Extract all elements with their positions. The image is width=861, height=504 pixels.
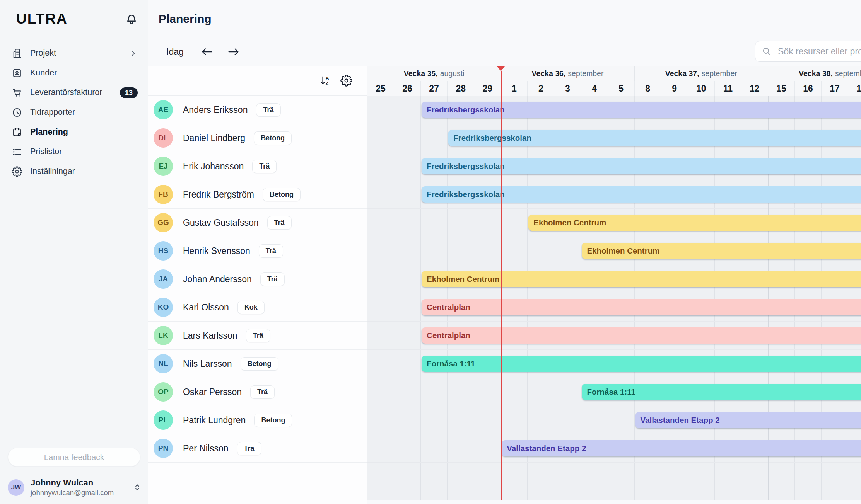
resource-tag: Betong bbox=[263, 188, 301, 201]
calendar-icon bbox=[12, 127, 22, 138]
gantt-bar-label: Fredriksbergsskolan bbox=[427, 105, 505, 114]
resource-name: Johan Andersson bbox=[183, 274, 252, 284]
week-month-label: augusti bbox=[440, 69, 465, 78]
settings-icon[interactable] bbox=[340, 75, 352, 87]
resource-row-karl-olsson[interactable]: KOKarl OlssonKök bbox=[148, 293, 367, 322]
prev-arrow-icon[interactable] bbox=[200, 46, 214, 58]
feedback-button[interactable]: Lämna feedback bbox=[8, 448, 140, 467]
gantt-bar-forn-sa-1-11-row9[interactable]: Fornåsa 1:11 bbox=[422, 356, 861, 372]
resource-name: Oskar Persson bbox=[183, 387, 242, 397]
sidebar-item-prislistor[interactable]: Prislistor bbox=[0, 142, 148, 162]
resource-row-henrik-svensson[interactable]: HSHenrik SvenssonTrä bbox=[148, 237, 367, 265]
gantt-bar-forn-sa-1-11-row10[interactable]: Fornåsa 1:11 bbox=[582, 384, 861, 400]
resource-tag: Betong bbox=[254, 414, 292, 427]
resource-name: Gustav Gustafsson bbox=[183, 218, 259, 228]
gantt-bar-label: Fredriksbergsskolan bbox=[427, 190, 505, 199]
resource-row-fredrik-bergstr-m[interactable]: FBFredrik BergströmBetong bbox=[148, 180, 367, 209]
avatar: GG bbox=[154, 213, 173, 232]
sidebar-item-tidrapporter[interactable]: Tidrapporter bbox=[0, 102, 148, 122]
day-header-row: 2526272829123458910111215161718 bbox=[367, 81, 861, 96]
resource-row-nils-larsson[interactable]: NLNils LarssonBetong bbox=[148, 350, 367, 378]
resource-row-per-nilsson[interactable]: PNPer NilssonTrä bbox=[148, 434, 367, 463]
gantt-bar-fredriksbergsskolan-row1[interactable]: Fredriksbergsskolan bbox=[448, 130, 861, 146]
next-arrow-icon[interactable] bbox=[227, 46, 241, 58]
user-meta: Johnny Wulcan johnnywulcan@gmail.com bbox=[31, 478, 132, 497]
sidebar-item-leverant-rsfakturor[interactable]: Leverantörsfakturor13 bbox=[0, 83, 148, 102]
resource-row-gustav-gustafsson[interactable]: GGGustav GustafssonTrä bbox=[148, 209, 367, 237]
resource-tag: Kök bbox=[237, 301, 265, 314]
resource-row-anders-eriksson[interactable]: AEAnders ErikssonTrä bbox=[148, 96, 367, 124]
avatar: DL bbox=[154, 128, 173, 148]
resource-tag: Trä bbox=[237, 442, 261, 455]
sidebar-item-inst-llningar[interactable]: Inställningar bbox=[0, 162, 148, 181]
gantt-bar-fredriksbergsskolan-row3[interactable]: Fredriksbergsskolan bbox=[422, 186, 861, 203]
search-icon bbox=[762, 46, 772, 56]
day-header-12: 12 bbox=[741, 81, 768, 96]
sidebar-item-label: Projekt bbox=[30, 48, 128, 58]
week-label: Vecka 37, bbox=[665, 69, 699, 78]
app-logo: ULTRA bbox=[16, 11, 68, 27]
gantt-bar-centralplan-row8[interactable]: Centralplan bbox=[422, 327, 861, 344]
today-line bbox=[501, 71, 502, 500]
gantt-bar-fredriksbergsskolan-row2[interactable]: Fredriksbergsskolan bbox=[422, 158, 861, 174]
day-header-16: 16 bbox=[795, 81, 822, 96]
week-label: Vecka 35, bbox=[404, 69, 438, 78]
svg-text:Z: Z bbox=[326, 81, 329, 86]
sidebar-nav: ProjektKunderLeverantörsfakturor13Tidrap… bbox=[0, 43, 148, 181]
gantt-bar-fredriksbergsskolan-row0[interactable]: Fredriksbergsskolan bbox=[422, 102, 861, 118]
notifications-bell-icon[interactable] bbox=[125, 13, 138, 26]
sidebar-item-kunder[interactable]: Kunder bbox=[0, 63, 148, 83]
week-boundary-line bbox=[635, 96, 635, 500]
gantt-bar-centralplan-row7[interactable]: Centralplan bbox=[422, 299, 861, 315]
resource-row-erik-johansson[interactable]: EJErik JohanssonTrä bbox=[148, 152, 367, 180]
day-header-26: 26 bbox=[394, 81, 421, 96]
resource-row-johan-andersson[interactable]: JAJohan AnderssonTrä bbox=[148, 265, 367, 293]
avatar: JA bbox=[154, 269, 173, 289]
gantt-bar-vallastanden-etapp-2-row11[interactable]: Vallastanden Etapp 2 bbox=[636, 412, 861, 428]
today-button[interactable]: Idag bbox=[166, 47, 184, 57]
resource-name: Fredrik Bergström bbox=[183, 189, 254, 200]
sidebar-item-projekt[interactable]: Projekt bbox=[0, 43, 148, 63]
search-box bbox=[755, 41, 861, 62]
resource-list: AEAnders ErikssonTräDLDaniel LindbergBet… bbox=[148, 96, 367, 463]
resource-tag: Trä bbox=[250, 385, 275, 399]
gantt-bar-label: Ekholmen Centrum bbox=[533, 218, 606, 227]
gantt-bar-label: Centralplan bbox=[427, 331, 470, 340]
resource-row-oskar-persson[interactable]: OPOskar PerssonTrä bbox=[148, 378, 367, 406]
resource-row-patrik-lundgren[interactable]: PLPatrik LundgrenBetong bbox=[148, 406, 367, 434]
week-month-label: september bbox=[835, 69, 861, 78]
week-header-row: Vecka 35,augustiVecka 36,septemberVecka … bbox=[367, 66, 861, 82]
gantt-bar-label: Ekholmen Centrum bbox=[427, 274, 499, 284]
gantt-grid: FredriksbergsskolanFredriksbergsskolanFr… bbox=[367, 96, 861, 500]
resource-row-daniel-lindberg[interactable]: DLDaniel LindbergBetong bbox=[148, 124, 367, 152]
sidebar-item-planering[interactable]: Planering bbox=[0, 122, 148, 142]
avatar: LK bbox=[154, 326, 173, 345]
day-header-2: 2 bbox=[528, 81, 554, 96]
week-month-label: september bbox=[702, 69, 737, 78]
gantt-bar-label: Fredriksbergsskolan bbox=[453, 133, 531, 143]
week-header-vecka-38: Vecka 38,september bbox=[768, 66, 861, 81]
avatar: OP bbox=[154, 382, 173, 402]
resource-name: Nils Larsson bbox=[183, 359, 232, 369]
week-boundary-line bbox=[768, 96, 769, 500]
resource-tag: Trä bbox=[252, 160, 277, 173]
resource-tag: Trä bbox=[267, 216, 292, 230]
gantt-bar-ekholmen-centrum-row4[interactable]: Ekholmen Centrum bbox=[528, 215, 861, 231]
sort-az-icon[interactable]: A Z bbox=[319, 75, 331, 87]
gantt-bar-vallastanden-etapp-2-row12[interactable]: Vallastanden Etapp 2 bbox=[502, 440, 861, 456]
week-header-vecka-37: Vecka 37,september bbox=[635, 66, 768, 81]
gantt-bar-ekholmen-centrum-row6[interactable]: Ekholmen Centrum bbox=[422, 271, 861, 287]
resource-row-lars-karlsson[interactable]: LKLars KarlssonTrä bbox=[148, 322, 367, 350]
gantt-bar-ekholmen-centrum-row5[interactable]: Ekholmen Centrum bbox=[582, 243, 861, 259]
resource-name: Henrik Svensson bbox=[183, 246, 250, 256]
avatar: KO bbox=[154, 298, 173, 317]
week-label: Vecka 36, bbox=[531, 69, 565, 78]
page-header: Planering bbox=[148, 0, 861, 38]
user-menu[interactable]: JW Johnny Wulcan johnnywulcan@gmail.com bbox=[8, 476, 142, 499]
timeline-toolbar: Idag bbox=[148, 38, 861, 66]
week-header-vecka-35: Vecka 35,augusti bbox=[367, 66, 501, 81]
gantt-bar-label: Fornåsa 1:11 bbox=[587, 387, 635, 397]
week-month-label: september bbox=[568, 69, 603, 78]
search-input[interactable] bbox=[777, 46, 861, 57]
clock-icon bbox=[12, 107, 22, 118]
